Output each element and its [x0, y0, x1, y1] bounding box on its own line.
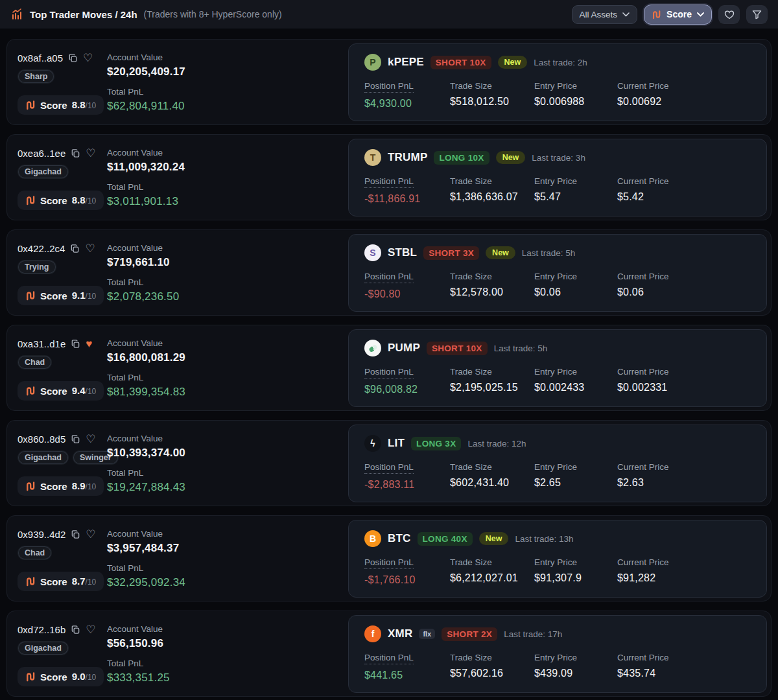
trade-size-value: $518,012.50 [450, 96, 534, 108]
trade-size-value: $12,578.00 [450, 286, 534, 298]
trader-tag: Gigachad [18, 165, 69, 179]
account-value: $16,800,081.29 [107, 351, 348, 364]
position-pnl-value: -$90.80 [364, 288, 450, 300]
copy-address-icon[interactable] [71, 434, 80, 444]
entry-price-label: Entry Price [534, 557, 577, 567]
current-price-value: $0.00692 [617, 96, 751, 108]
current-price-label: Current Price [617, 81, 669, 91]
filter-button[interactable] [746, 5, 768, 24]
sort-by-dropdown[interactable]: Score [644, 5, 712, 25]
current-price-label: Current Price [617, 176, 669, 186]
token-name[interactable]: STBL [388, 246, 417, 259]
new-badge: New [498, 56, 528, 69]
token-name[interactable]: TRUMP [388, 151, 427, 164]
current-price-value: $2.63 [617, 477, 751, 489]
total-pnl-value: $62,804,911.40 [107, 100, 348, 113]
token-name[interactable]: PUMP [388, 342, 420, 355]
trader-card: 0x8af..a05 ♡ Sharp Score 8.8/10 Account … [6, 39, 772, 125]
favorite-heart-icon[interactable]: ♡ [86, 148, 95, 159]
copy-address-icon[interactable] [71, 148, 80, 158]
asset-filter-value: All Assets [580, 10, 618, 19]
trader-tag: Sharp [18, 69, 54, 84]
trader-tag: Gigachad [18, 450, 69, 465]
position-pnl-label[interactable]: Position PnL [364, 272, 414, 283]
trader-address[interactable]: 0xd72..16b [18, 624, 65, 635]
total-pnl-label: Total PnL [107, 87, 348, 97]
current-price-label: Current Price [617, 557, 669, 567]
position-side-badge: LONG 3X [411, 437, 461, 450]
last-trade-time: Last trade: 2h [534, 58, 587, 67]
trader-address[interactable]: 0x939..4d2 [18, 529, 65, 540]
position-pnl-label[interactable]: Position PnL [364, 653, 414, 664]
position-pnl-value: $96,008.82 [364, 384, 450, 395]
copy-address-icon[interactable] [71, 530, 80, 539]
trade-card: T TRUMP LONG 10X New Last trade: 3h Posi… [348, 139, 767, 216]
entry-price-value: $5.47 [534, 191, 617, 203]
hyperscore-logo-icon [25, 290, 36, 301]
position-pnl-label[interactable]: Position PnL [364, 462, 414, 474]
entry-price-value: $0.06 [534, 286, 617, 298]
token-sub-badge: flx [419, 629, 435, 639]
trader-tags: Gigachad [18, 165, 107, 179]
account-value-label: Account Value [107, 529, 348, 539]
score-badge: Score 8.7/10 [18, 572, 104, 591]
token-name[interactable]: LIT [388, 437, 405, 450]
last-trade-time: Last trade: 5h [522, 248, 576, 258]
position-pnl-label[interactable]: Position PnL [364, 176, 414, 188]
score-badge: Score 8.8/10 [18, 95, 104, 115]
total-pnl-label: Total PnL [107, 563, 348, 573]
token-name[interactable]: BTC [388, 532, 411, 545]
favorite-heart-icon[interactable]: ♡ [86, 434, 95, 445]
score-label: Score [40, 481, 67, 492]
favorite-heart-icon[interactable]: ♡ [86, 529, 95, 540]
trader-identity: 0xea6..1ee ♡ Gigachad Score 8.8/10 [11, 139, 107, 216]
entry-price-value: $439.09 [534, 668, 617, 679]
position-pnl-label[interactable]: Position PnL [364, 81, 414, 93]
trader-tags: Gigachad [18, 641, 107, 655]
chevron-down-icon [697, 12, 704, 17]
score-value: 8.7 [72, 576, 86, 587]
position-pnl-label[interactable]: Position PnL [364, 367, 414, 379]
page-title: Top Trader Moves / 24h [30, 9, 137, 20]
account-value-label: Account Value [107, 148, 348, 158]
hyperscore-logo-icon [25, 481, 36, 491]
position-pnl-label[interactable]: Position PnL [364, 557, 414, 569]
trader-address[interactable]: 0xea6..1ee [18, 148, 65, 159]
btc-token-icon: B [364, 530, 381, 547]
favorite-heart-icon[interactable]: ♡ [85, 243, 95, 254]
total-pnl-label: Total PnL [107, 468, 348, 478]
score-max: /10 [86, 578, 97, 587]
account-value: $11,009,320.24 [107, 161, 348, 174]
favorites-filter-button[interactable] [718, 5, 740, 24]
score-badge: Score 9.1/10 [18, 286, 104, 305]
favorite-heart-icon[interactable]: ♡ [83, 52, 93, 64]
top-toolbar: Top Trader Moves / 24h (Traders with 8+ … [0, 0, 778, 29]
trader-address[interactable]: 0x422..2c4 [18, 243, 65, 254]
copy-address-icon[interactable] [70, 244, 80, 253]
trader-stats: Account Value $56,150.96 Total PnL $333,… [107, 615, 348, 693]
trader-stats: Account Value $3,957,484.37 Total PnL $3… [107, 520, 348, 598]
copy-address-icon[interactable] [71, 625, 80, 635]
trader-address[interactable]: 0xa31..d1e [18, 338, 65, 349]
asset-filter-dropdown[interactable]: All Assets [572, 5, 638, 24]
trade-size-label: Trade Size [450, 367, 492, 377]
trade-card: PUMP SHORT 10X New Last trade: 5h Positi… [348, 329, 767, 407]
trader-stats: Account Value $16,800,081.29 Total PnL $… [107, 329, 348, 407]
position-pnl-value: -$1,766.10 [364, 574, 450, 586]
trader-tag: Trying [18, 260, 56, 274]
entry-price-label: Entry Price [534, 272, 577, 281]
trade-size-label: Trade Size [450, 176, 492, 186]
trader-address[interactable]: 0x8af..a05 [18, 52, 63, 64]
account-value: $56,150.96 [107, 637, 348, 650]
favorite-heart-icon[interactable]: ♡ [86, 624, 95, 635]
account-value: $719,661.10 [107, 256, 348, 269]
token-name[interactable]: kPEPE [388, 56, 424, 69]
total-pnl-value: $81,399,354.83 [107, 386, 348, 399]
total-pnl-value: $3,011,901.13 [107, 195, 348, 208]
token-name[interactable]: XMR [388, 627, 412, 640]
copy-address-icon[interactable] [68, 53, 78, 63]
favorite-heart-icon[interactable]: ♥ [86, 338, 92, 349]
copy-address-icon[interactable] [71, 339, 80, 349]
trader-address[interactable]: 0x860..8d5 [18, 434, 65, 445]
position-side-badge: SHORT 3X [423, 246, 479, 260]
